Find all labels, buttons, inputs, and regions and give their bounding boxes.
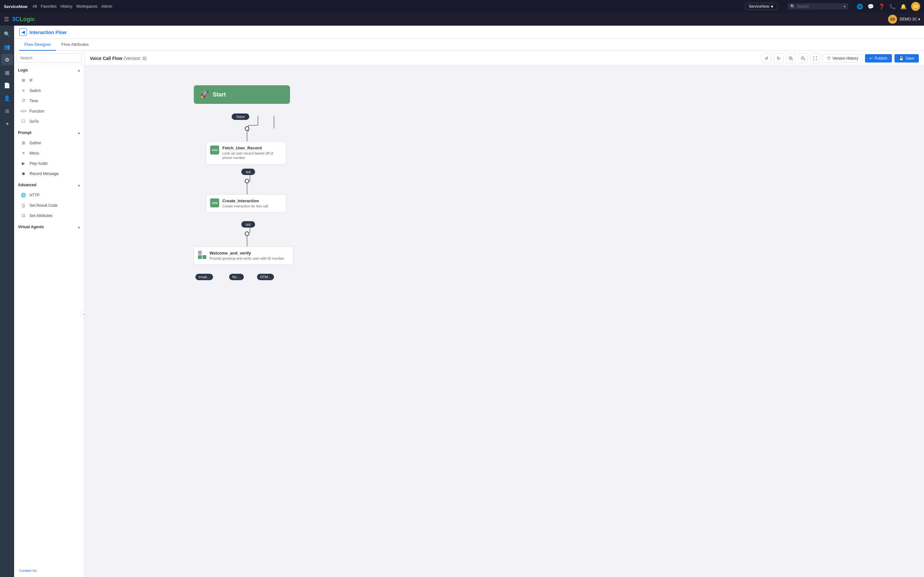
create-interaction-info: Create_Interaction Create interaction fo… [222, 198, 268, 208]
connector-dot-3 [245, 231, 249, 236]
bell-icon[interactable]: 🔔 [900, 3, 907, 10]
record-message-icon: ⏺ [21, 171, 26, 176]
item-http[interactable]: 🌐 HTTP [15, 190, 83, 200]
item-set-result-code[interactable]: {} Set Result Code [15, 200, 83, 210]
fit-button[interactable] [811, 53, 820, 63]
collapse-panel-button[interactable]: ◀ [81, 310, 85, 318]
contact-us-link[interactable]: Contact Us [14, 567, 84, 574]
sidebar-icon-search[interactable]: 🔍 [1, 28, 13, 40]
left-panel: ◀ Logic ▲ ⊞ IF ≡ [14, 51, 85, 577]
sidebar-icon-star[interactable]: ✦ [1, 118, 13, 129]
start-node-icon: 🚀 [200, 90, 209, 99]
nav-admin[interactable]: Admin [102, 4, 112, 9]
search-input[interactable] [797, 4, 842, 9]
section-prompt: Prompt ▲ ⊞ Gather ≡ Menu ▶ Play Audio [14, 128, 84, 179]
nav-all[interactable]: All [33, 4, 37, 9]
svg-line-6 [804, 59, 805, 61]
save-icon: 💾 [899, 56, 904, 61]
globe-icon[interactable]: 🌐 [857, 3, 863, 10]
save-button[interactable]: 💾 Save [895, 54, 919, 63]
tab-flow-attributes[interactable]: Flow Attributes [56, 39, 94, 51]
sidebar-icon-docs[interactable]: 📄 [1, 79, 13, 91]
section-logic-header[interactable]: Logic ▲ [14, 65, 84, 75]
tab-flow-designer[interactable]: Flow Designer [19, 39, 56, 51]
flow-canvas[interactable]: 🚀 Start Voice now [85, 66, 924, 577]
item-function[interactable]: </> Function [15, 106, 83, 116]
section-virtual-agents-header[interactable]: Virtual Agents ▲ [14, 222, 84, 232]
zoom-in-button[interactable] [786, 53, 796, 63]
item-play-audio[interactable]: ▶ Play Audio [15, 158, 83, 168]
logic-toggle-icon: ▲ [78, 69, 81, 72]
sidebar-icon-dashboard[interactable]: ▦ [1, 67, 13, 78]
invalid-badge: Invali... [195, 274, 213, 280]
zoom-out-icon [801, 56, 805, 61]
gather-icon: ⊞ [21, 140, 26, 145]
chat-icon[interactable]: 💬 [867, 3, 874, 10]
version-history-icon: ⏱ [827, 56, 830, 61]
instance-button[interactable]: ServiceNow ★ [745, 3, 777, 10]
global-search[interactable]: 🔍 ▾ [788, 3, 848, 10]
hamburger-icon[interactable]: ☰ [4, 16, 9, 23]
sidebar-icon-grid[interactable]: ⊞ [1, 105, 13, 117]
nav-favorites[interactable]: Favorites [41, 4, 57, 9]
arrow-3 [247, 235, 247, 248]
top-icon-group: 🌐 💬 ❓ 📞 🔔 D3 [857, 2, 920, 11]
set-result-code-icon: {} [21, 203, 26, 208]
undo-button[interactable]: ↺ [762, 53, 771, 63]
item-goto[interactable]: ☐ GoTo [15, 116, 83, 126]
item-if[interactable]: ⊞ IF [15, 75, 83, 85]
help-icon[interactable]: ❓ [879, 3, 885, 10]
contact-us-container: Contact Us [14, 567, 84, 577]
redo-button[interactable]: ↻ [774, 53, 783, 63]
sidebar-icon-settings[interactable]: ⚙ [1, 54, 13, 65]
create-interaction-out-badge: out [241, 221, 255, 227]
sidebar-icon-person[interactable]: 👤 [1, 92, 13, 104]
tabs: Flow Designer Flow Attributes [14, 39, 924, 51]
sidebar-icon-users[interactable]: 👥 [1, 41, 13, 53]
time-icon: ⏱ [21, 98, 26, 103]
item-set-attributes[interactable]: ⊡ Set Attributes [15, 211, 83, 221]
panel-search-input[interactable] [17, 53, 82, 63]
content-area: ◀ Interaction Flow Flow Designer Flow At… [14, 26, 924, 577]
publish-button[interactable]: ↩ Publish [865, 54, 892, 63]
publish-icon: ↩ [869, 56, 873, 61]
arrow-2 [247, 183, 247, 195]
item-gather[interactable]: ⊞ Gather [15, 138, 83, 148]
user-label[interactable]: DEMO 3C ▾ [900, 17, 920, 21]
version-history-button[interactable]: ⏱ Version History [822, 54, 863, 63]
no-badge: No ... [229, 274, 244, 280]
welcome-verify-info: Welcome_and_verify Provide greeting and … [210, 251, 285, 261]
start-node-title: Start [213, 91, 226, 98]
user-info: D3 DEMO 3C ▾ [888, 15, 920, 24]
connector-dot-1 [245, 126, 249, 131]
sub-header: ☰ 3CLogic D3 DEMO 3C ▾ [0, 13, 924, 26]
flow-toolbar: Voice Call Flow (Version: 8) ↺ ↻ [85, 51, 924, 66]
back-button[interactable]: ◀ [19, 28, 27, 36]
phone-icon[interactable]: 📞 [889, 3, 896, 10]
fetch-user-logo: now [210, 145, 219, 155]
create-interaction-node[interactable]: now Create_Interaction Create interactio… [206, 194, 286, 213]
create-interaction-header: now Create_Interaction Create interactio… [206, 195, 286, 212]
section-prompt-header[interactable]: Prompt ▲ [14, 128, 84, 137]
virtual-agents-toggle-icon: ▲ [78, 226, 81, 229]
panel-search-container [14, 51, 84, 65]
create-interaction-logo: now [210, 198, 219, 207]
fetch-user-header: now Fetch_User_Record Look up user recor… [206, 142, 286, 164]
search-dropdown-icon[interactable]: ▾ [844, 5, 846, 9]
fetch-user-node[interactable]: now Fetch_User_Record Look up user recor… [206, 141, 286, 164]
start-node[interactable]: 🚀 Start [194, 85, 290, 104]
welcome-verify-desc: Provide greeting and verify user with ID… [210, 256, 285, 261]
section-advanced-header[interactable]: Advanced ▲ [14, 180, 84, 190]
welcome-verify-node[interactable]: Welcome_and_verify Provide greeting and … [194, 247, 293, 265]
section-advanced: Advanced ▲ 🌐 HTTP {} Set Result Code ⊡ S… [14, 180, 84, 221]
nav-history[interactable]: History [60, 4, 72, 9]
zoom-out-button[interactable] [798, 53, 808, 63]
item-switch[interactable]: ≡ Switch [15, 85, 83, 95]
page-title: Interaction Flow [29, 29, 66, 35]
item-record-message[interactable]: ⏺ Record Message [15, 169, 83, 179]
fetch-user-out-badge: out [241, 169, 255, 175]
nav-workspaces[interactable]: Workspaces [76, 4, 97, 9]
item-time[interactable]: ⏱ Time [15, 96, 83, 106]
user-avatar-top[interactable]: D3 [911, 2, 920, 11]
item-menu[interactable]: ≡ Menu [15, 148, 83, 158]
